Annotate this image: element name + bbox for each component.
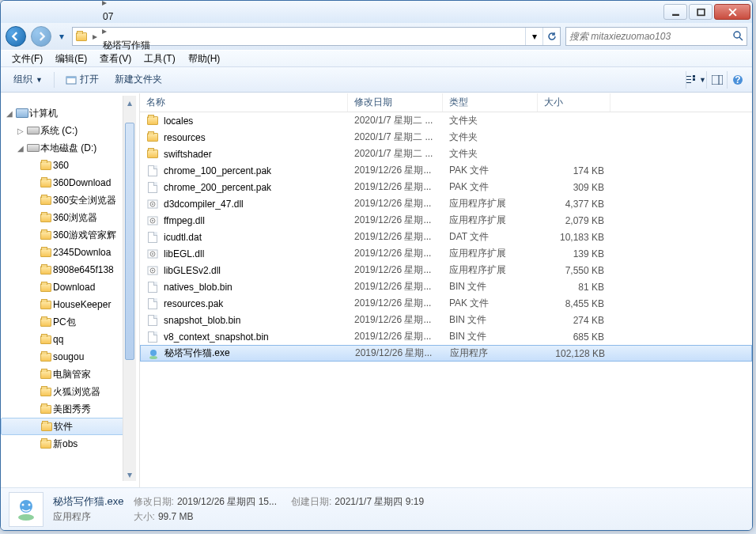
tree-item-8[interactable]: HouseKeeper (1, 296, 126, 313)
list-row[interactable]: icudtl.dat2019/12/26 星期...DAT 文件10,183 K… (140, 229, 752, 245)
scroll-thumb[interactable] (125, 123, 134, 360)
file-icon (146, 148, 159, 161)
details-size-label: 大小: (134, 511, 155, 522)
tree-item-11[interactable]: sougou (1, 348, 126, 365)
address-bar[interactable]: ▸ 软件▸1月▸07▸秘塔写作猫▸mitaxiezuomao103▸mitaxi… (72, 27, 561, 46)
tree-d-drive[interactable]: ◢本地磁盘 (D:) (1, 139, 126, 157)
list-row[interactable]: libEGL.dll2019/12/26 星期...应用程序扩展139 KB (140, 245, 752, 262)
organize-button[interactable]: 组织 ▼ (6, 70, 51, 89)
file-type: BIN 文件 (443, 313, 538, 327)
view-options-button[interactable]: ▼ (686, 71, 706, 89)
file-type: BIN 文件 (443, 280, 538, 294)
close-button[interactable] (714, 4, 750, 20)
tree-item-14[interactable]: 美图秀秀 (1, 400, 126, 418)
new-folder-button[interactable]: 新建文件夹 (107, 70, 170, 89)
list-row[interactable]: snapshot_blob.bin2019/12/26 星期...BIN 文件2… (140, 312, 752, 328)
tree-item-1[interactable]: 360Download (1, 174, 126, 191)
list-row[interactable]: chrome_100_percent.pak2019/12/26 星期...PA… (140, 162, 752, 179)
menu-tools[interactable]: 工具(T) (138, 51, 181, 67)
tree-c-drive[interactable]: ▷系统 (C:) (1, 122, 126, 139)
file-date: 2019/12/26 星期... (348, 313, 443, 327)
list-row[interactable]: chrome_200_percent.pak2019/12/26 星期...PA… (140, 179, 752, 195)
details-thumbnail (9, 492, 43, 527)
file-icon (146, 248, 159, 260)
body: ◢计算机▷系统 (C:)◢本地磁盘 (D:)360360Download360安… (1, 93, 752, 487)
list-row[interactable]: resources.pak2019/12/26 星期...PAK 文件8,455… (140, 295, 752, 312)
header-size[interactable]: 大小 (538, 93, 610, 112)
preview-pane-button[interactable] (706, 71, 727, 89)
breadcrumb-chevron[interactable]: ▸ (100, 0, 109, 8)
tree-item-5[interactable]: 2345Downloa (1, 244, 126, 261)
file-list: 名称 修改日期 类型 大小 locales2020/1/7 星期二 ...文件夹… (139, 93, 752, 487)
menu-view[interactable]: 查看(V) (93, 51, 138, 67)
folder-tree[interactable]: ◢计算机▷系统 (C:)◢本地磁盘 (D:)360360Download360安… (1, 104, 126, 453)
tree-item-15[interactable]: 软件 (1, 418, 126, 435)
scroll-up-arrow[interactable]: ▴ (123, 96, 136, 109)
tree-item-9[interactable]: PC包 (1, 313, 126, 331)
file-icon (146, 214, 159, 227)
tree-item-16[interactable]: 新obs (1, 435, 126, 453)
maximize-button[interactable] (689, 4, 713, 20)
minimize-button[interactable] (663, 4, 687, 20)
help-button[interactable]: ? (727, 71, 747, 89)
list-row[interactable]: 秘塔写作猫.exe2019/12/26 星期...应用程序102,128 KB (140, 345, 752, 362)
menu-help[interactable]: 帮助(H) (182, 51, 227, 67)
tree-item-4[interactable]: 360游戏管家辉 (1, 226, 126, 244)
file-icon (146, 314, 159, 327)
crumb-root-chevron[interactable]: ▸ (90, 31, 100, 42)
tree-item-6[interactable]: 8908e645f138 (1, 261, 126, 278)
list-row[interactable]: v8_context_snapshot.bin2019/12/26 星期...B… (140, 328, 752, 345)
tree-item-12[interactable]: 电脑管家 (1, 365, 126, 383)
menubar: 文件(F) 编辑(E) 查看(V) 工具(T) 帮助(H) (1, 50, 752, 67)
tree-item-0[interactable]: 360 (1, 157, 126, 174)
search-icon[interactable] (732, 30, 743, 44)
file-date: 2019/12/26 星期... (348, 297, 443, 310)
file-type: PAK 文件 (443, 180, 538, 194)
file-size: 4,377 KB (538, 199, 610, 210)
svg-rect-12 (693, 78, 695, 81)
scroll-down-arrow[interactable]: ▾ (123, 468, 136, 481)
nav-history-dropdown[interactable]: ▾ (56, 30, 67, 43)
file-icon (146, 115, 159, 127)
tree-computer[interactable]: ◢计算机 (1, 104, 126, 122)
refresh-button[interactable] (542, 28, 560, 45)
file-type: 文件夹 (443, 131, 538, 144)
list-row[interactable]: locales2020/1/7 星期二 ...文件夹 (140, 112, 752, 129)
menu-file[interactable]: 文件(F) (6, 51, 49, 67)
header-date[interactable]: 修改日期 (348, 93, 443, 112)
breadcrumb-2[interactable]: 07 (100, 8, 186, 25)
list-row[interactable]: libGLESv2.dll2019/12/26 星期...应用程序扩展7,550… (140, 262, 752, 278)
tree-item-7[interactable]: Download (1, 278, 126, 296)
file-name: swiftshader (164, 149, 212, 160)
breadcrumb-chevron[interactable]: ▸ (100, 25, 109, 36)
file-size: 7,550 KB (538, 265, 610, 276)
search-box[interactable] (565, 27, 747, 46)
svg-point-34 (18, 514, 34, 521)
nav-forward-button[interactable] (31, 26, 51, 47)
nav-back-button[interactable] (6, 26, 26, 47)
file-name: d3dcompiler_47.dll (164, 199, 244, 210)
file-name: libGLESv2.dll (164, 265, 221, 276)
tree-item-2[interactable]: 360安全浏览器 (1, 191, 126, 209)
file-name: chrome_100_percent.pak (164, 165, 271, 176)
tree-item-13[interactable]: 火狐浏览器 (1, 383, 126, 400)
file-name: resources.pak (164, 298, 223, 309)
file-date: 2020/1/7 星期二 ... (348, 114, 443, 127)
file-date: 2019/12/26 星期... (348, 330, 443, 343)
open-button[interactable]: 打开 (58, 70, 107, 89)
header-name[interactable]: 名称 (140, 93, 348, 112)
tree-item-10[interactable]: qq (1, 331, 126, 348)
list-row[interactable]: ffmpeg.dll2019/12/26 星期...应用程序扩展2,079 KB (140, 212, 752, 229)
search-input[interactable] (569, 31, 732, 42)
list-row[interactable]: natives_blob.bin2019/12/26 星期...BIN 文件81… (140, 278, 752, 295)
tree-item-3[interactable]: 360浏览器 (1, 209, 126, 226)
menu-edit[interactable]: 编辑(E) (49, 51, 93, 67)
address-dropdown[interactable]: ▾ (525, 28, 542, 45)
column-headers: 名称 修改日期 类型 大小 (140, 93, 752, 112)
nav-scrollbar[interactable]: ▴ ▾ (123, 96, 136, 481)
list-row[interactable]: swiftshader2020/1/7 星期二 ...文件夹 (140, 146, 752, 162)
list-row[interactable]: resources2020/1/7 星期二 ...文件夹 (140, 129, 752, 146)
file-name: v8_context_snapshot.bin (164, 331, 269, 343)
header-type[interactable]: 类型 (443, 93, 538, 112)
list-row[interactable]: d3dcompiler_47.dll2019/12/26 星期...应用程序扩展… (140, 195, 752, 212)
